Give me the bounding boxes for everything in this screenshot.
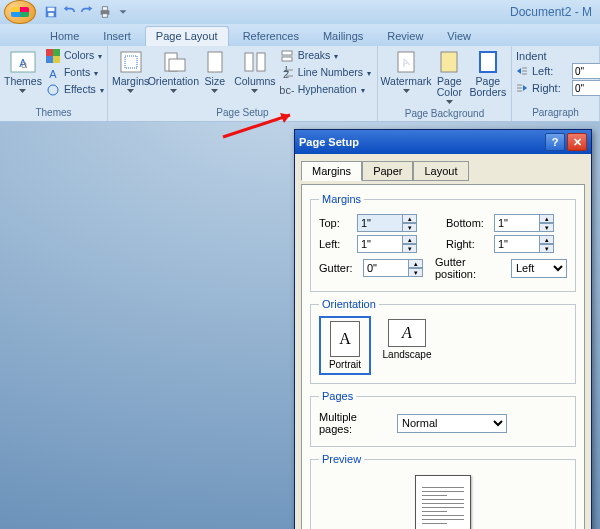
- save-icon[interactable]: [44, 5, 58, 19]
- dialog-tabs: Margins Paper Layout: [301, 160, 585, 180]
- svg-text:bc-: bc-: [280, 84, 294, 96]
- margins-fieldset: Margins Top:▴▾ Bottom:▴▾ Left:▴▾ Right:▴…: [310, 193, 576, 292]
- qat-dropdown-icon[interactable]: [116, 5, 130, 19]
- svg-rect-22: [282, 51, 292, 55]
- chevron-down-icon: [211, 89, 218, 93]
- columns-button[interactable]: Columns: [234, 48, 275, 95]
- tab-review[interactable]: Review: [377, 27, 433, 46]
- gutter-input[interactable]: [363, 259, 409, 277]
- spinner[interactable]: ▴▾: [409, 259, 423, 277]
- redo-icon[interactable]: [80, 5, 94, 19]
- svg-rect-15: [121, 52, 141, 72]
- spinner[interactable]: ▴▾: [403, 214, 417, 232]
- margin-left-input[interactable]: [357, 235, 403, 253]
- group-paragraph: Indent Left:▴▾ Right:▴▾ Spacing Before:▴…: [512, 46, 600, 121]
- group-themes: Aa Themes Colors▾ AFonts▾ Effects▾ Theme…: [0, 46, 108, 121]
- multiple-pages-select[interactable]: Normal: [397, 414, 507, 433]
- tab-margins[interactable]: Margins: [301, 161, 362, 181]
- document-title: Document2 - M: [510, 5, 596, 19]
- svg-rect-9: [46, 49, 53, 56]
- size-button[interactable]: Size: [197, 48, 232, 95]
- theme-colors-button[interactable]: Colors▾: [44, 48, 106, 64]
- line-numbers-icon: 12: [280, 66, 294, 80]
- margins-icon: [117, 50, 145, 74]
- colors-icon: [46, 49, 60, 63]
- spinner[interactable]: ▴▾: [540, 235, 554, 253]
- margin-top-input[interactable]: [357, 214, 403, 232]
- svg-rect-5: [102, 14, 107, 18]
- tab-view[interactable]: View: [437, 27, 481, 46]
- dialog-titlebar[interactable]: Page Setup ? ✕: [295, 130, 591, 154]
- tab-paper[interactable]: Paper: [362, 161, 413, 181]
- svg-text:A: A: [49, 68, 57, 80]
- pages-fieldset: Pages Multiple pages:Normal: [310, 390, 576, 447]
- svg-rect-2: [48, 13, 53, 17]
- svg-rect-19: [208, 52, 222, 72]
- margin-right-input[interactable]: [494, 235, 540, 253]
- help-button[interactable]: ?: [545, 133, 565, 151]
- svg-rect-4: [102, 7, 107, 11]
- chevron-down-icon: [403, 89, 410, 93]
- group-label: Paragraph: [516, 105, 595, 121]
- fonts-icon: A: [46, 66, 60, 80]
- margin-bottom-input[interactable]: [494, 214, 540, 232]
- undo-icon[interactable]: [62, 5, 76, 19]
- orientation-fieldset: Orientation APortrait ALandscape: [310, 298, 576, 384]
- title-bar: Document2 - M: [0, 0, 600, 24]
- group-page-setup: Margins Orientation Size Columns Breaks▾…: [108, 46, 378, 121]
- svg-rect-12: [53, 56, 60, 63]
- page-color-button[interactable]: Page Color: [432, 48, 467, 106]
- svg-rect-10: [53, 49, 60, 56]
- svg-text:a: a: [21, 58, 28, 70]
- theme-effects-button[interactable]: Effects▾: [44, 82, 106, 98]
- svg-rect-31: [441, 52, 457, 72]
- watermark-button[interactable]: AWatermark: [382, 48, 430, 95]
- ribbon-tabs: Home Insert Page Layout References Maili…: [0, 24, 600, 46]
- themes-button[interactable]: Aa Themes: [4, 48, 42, 95]
- spinner[interactable]: ▴▾: [403, 235, 417, 253]
- size-icon: [201, 50, 229, 74]
- group-label: Page Background: [382, 106, 507, 122]
- tab-references[interactable]: References: [233, 27, 309, 46]
- tab-layout[interactable]: Layout: [413, 161, 468, 181]
- theme-fonts-button[interactable]: AFonts▾: [44, 65, 106, 81]
- svg-point-14: [48, 85, 58, 95]
- close-button[interactable]: ✕: [567, 133, 587, 151]
- preview-page: [415, 475, 471, 529]
- office-button[interactable]: [4, 0, 36, 24]
- page-borders-icon: [474, 50, 502, 74]
- indent-right-input[interactable]: [572, 80, 600, 96]
- spinner[interactable]: ▴▾: [540, 214, 554, 232]
- tab-insert[interactable]: Insert: [93, 27, 141, 46]
- indent-left-input[interactable]: [572, 63, 600, 79]
- tab-page-layout[interactable]: Page Layout: [145, 26, 229, 46]
- hyphenation-icon: bc-: [280, 83, 294, 97]
- gutter-position-select[interactable]: Left: [511, 259, 567, 278]
- page-borders-button[interactable]: Page Borders: [469, 48, 507, 100]
- preview-fieldset: Preview: [310, 453, 576, 529]
- indent-right-icon: [516, 82, 528, 94]
- line-numbers-button[interactable]: 12Line Numbers▾: [278, 65, 373, 81]
- chevron-down-icon: [446, 100, 453, 104]
- chevron-down-icon: [19, 89, 26, 93]
- breaks-button[interactable]: Breaks▾: [278, 48, 373, 64]
- watermark-icon: A: [392, 50, 420, 74]
- page-setup-dialog: Page Setup ? ✕ Margins Paper Layout Marg…: [294, 129, 592, 529]
- svg-rect-32: [480, 52, 496, 72]
- orientation-button[interactable]: Orientation: [151, 48, 195, 95]
- orientation-portrait[interactable]: APortrait: [319, 316, 371, 375]
- tab-mailings[interactable]: Mailings: [313, 27, 373, 46]
- chevron-down-icon: [170, 89, 177, 93]
- page-color-icon: [435, 50, 463, 74]
- svg-rect-18: [169, 59, 185, 71]
- chevron-down-icon: [251, 89, 258, 93]
- indent-heading: Indent: [516, 50, 600, 62]
- hyphenation-button[interactable]: bc-Hyphenation▾: [278, 82, 373, 98]
- margins-button[interactable]: Margins: [112, 48, 149, 95]
- indent-left-icon: [516, 65, 528, 77]
- columns-icon: [241, 50, 269, 74]
- group-label: Page Setup: [112, 105, 373, 121]
- tab-home[interactable]: Home: [40, 27, 89, 46]
- print-icon[interactable]: [98, 5, 112, 19]
- orientation-landscape[interactable]: ALandscape: [381, 316, 433, 375]
